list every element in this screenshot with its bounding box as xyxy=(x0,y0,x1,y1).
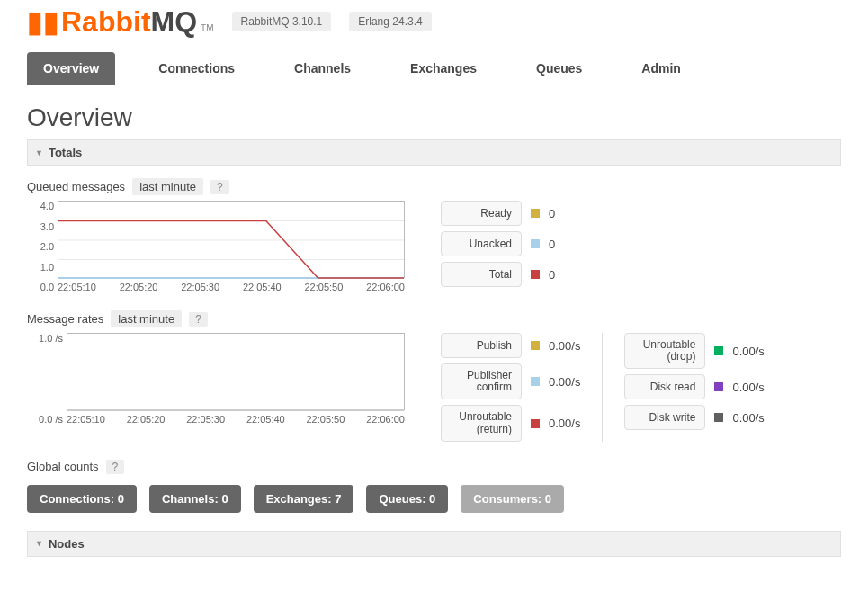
count-queues[interactable]: Queues: 0 xyxy=(366,485,448,513)
swatch-icon xyxy=(531,270,540,279)
legend-total-value: 0 xyxy=(549,268,555,282)
rates-y-axis: 1.0 /s 0.0 /s xyxy=(27,333,63,425)
legend-confirm-button[interactable]: Publisher confirm xyxy=(441,363,522,399)
count-channels[interactable]: Channels: 0 xyxy=(149,485,241,513)
nav-exchanges[interactable]: Exchanges xyxy=(394,52,493,85)
rates-label: Message rates xyxy=(27,312,103,326)
queued-chart-svg xyxy=(58,202,404,279)
rabbit-icon: ▮▮ xyxy=(27,4,59,39)
legend-unacked-value: 0 xyxy=(549,238,555,251)
nav-admin[interactable]: Admin xyxy=(625,52,697,85)
legend-disk-write-button[interactable]: Disk write xyxy=(624,405,705,430)
swatch-icon xyxy=(714,382,723,391)
count-exchanges[interactable]: Exchanges: 7 xyxy=(254,485,354,513)
swatch-icon xyxy=(714,413,723,422)
page-title: Overview xyxy=(27,103,841,132)
global-counts-header: Global counts ? xyxy=(27,460,841,474)
queued-header: Queued messages last minute ? xyxy=(27,178,841,195)
main-nav: Overview Connections Channels Exchanges … xyxy=(27,52,841,85)
rates-chart: 1.0 /s 0.0 /s 22:05:10 22:05:20 22:05:30… xyxy=(27,333,405,425)
erlang-badge: Erlang 24.3.4 xyxy=(349,12,431,31)
rates-legend-left: Publish 0.00/s Publisher confirm 0.00/s … xyxy=(441,333,580,442)
help-icon[interactable]: ? xyxy=(106,460,125,474)
version-badge: RabbitMQ 3.10.1 xyxy=(232,12,332,31)
legend-disk-read-button[interactable]: Disk read xyxy=(624,374,705,399)
chevron-down-icon: ▼ xyxy=(35,539,43,548)
nav-queues[interactable]: Queues xyxy=(520,52,598,85)
legend-publish-button[interactable]: Publish xyxy=(441,333,522,358)
queued-label: Queued messages xyxy=(27,180,125,193)
queued-y-axis: 4.0 3.0 2.0 1.0 0.0 xyxy=(29,201,54,292)
logo-text-mq: MQ xyxy=(151,5,198,38)
legend-ready-value: 0 xyxy=(549,207,555,220)
legend-unroutable-drop-value: 0.00/s xyxy=(732,345,764,358)
legend-total-button[interactable]: Total xyxy=(441,262,522,287)
help-icon[interactable]: ? xyxy=(189,312,208,327)
logo-text-rabbit: Rabbit xyxy=(61,5,151,38)
logo[interactable]: ▮▮ RabbitMQ TM xyxy=(27,4,214,39)
nav-connections[interactable]: Connections xyxy=(142,52,251,85)
swatch-icon xyxy=(531,239,540,248)
help-icon[interactable]: ? xyxy=(210,180,229,194)
section-totals[interactable]: ▼ Totals xyxy=(27,139,841,166)
legend-unroutable-drop-button[interactable]: Unroutable (drop) xyxy=(624,333,705,369)
count-connections[interactable]: Connections: 0 xyxy=(27,485,137,513)
nav-overview[interactable]: Overview xyxy=(27,52,115,85)
section-nodes-label: Nodes xyxy=(49,537,85,551)
count-consumers[interactable]: Consumers: 0 xyxy=(461,485,564,513)
queued-chart: 4.0 3.0 2.0 1.0 0.0 22:05:10 xyxy=(27,201,405,292)
global-counts-label: Global counts xyxy=(27,460,99,473)
legend-unroutable-return-value: 0.00/s xyxy=(549,417,580,430)
legend-publish-value: 0.00/s xyxy=(549,339,580,353)
queued-legend: Ready 0 Unacked 0 Total 0 xyxy=(441,201,555,287)
swatch-icon xyxy=(714,346,723,355)
swatch-icon xyxy=(531,419,540,428)
legend-ready-button[interactable]: Ready xyxy=(441,201,522,226)
swatch-icon xyxy=(531,341,540,350)
rates-chart-svg xyxy=(67,334,404,411)
chevron-down-icon: ▼ xyxy=(35,148,43,157)
rates-header: Message rates last minute ? xyxy=(27,310,841,327)
swatch-icon xyxy=(531,209,540,218)
nav-channels[interactable]: Channels xyxy=(278,52,367,85)
legend-disk-read-value: 0.00/s xyxy=(732,381,764,394)
header: ▮▮ RabbitMQ TM RabbitMQ 3.10.1 Erlang 24… xyxy=(27,0,841,52)
swatch-icon xyxy=(531,377,540,386)
logo-tm: TM xyxy=(201,23,213,33)
legend-confirm-value: 0.00/s xyxy=(549,375,580,389)
rates-range[interactable]: last minute xyxy=(111,310,182,327)
queued-range[interactable]: last minute xyxy=(132,178,203,195)
section-totals-label: Totals xyxy=(49,146,82,159)
legend-disk-write-value: 0.00/s xyxy=(732,411,764,425)
queued-x-axis: 22:05:10 22:05:20 22:05:30 22:05:40 22:0… xyxy=(58,282,405,292)
legend-unacked-button[interactable]: Unacked xyxy=(441,231,522,256)
rates-legend-right: Unroutable (drop) 0.00/s Disk read 0.00/… xyxy=(624,333,764,442)
legend-unroutable-return-button[interactable]: Unroutable (return) xyxy=(441,405,522,441)
global-counts-row: Connections: 0 Channels: 0 Exchanges: 7 … xyxy=(27,485,841,513)
section-nodes[interactable]: ▼ Nodes xyxy=(27,531,841,557)
legend-divider xyxy=(602,333,603,442)
rates-x-axis: 22:05:10 22:05:20 22:05:30 22:05:40 22:0… xyxy=(67,414,405,425)
